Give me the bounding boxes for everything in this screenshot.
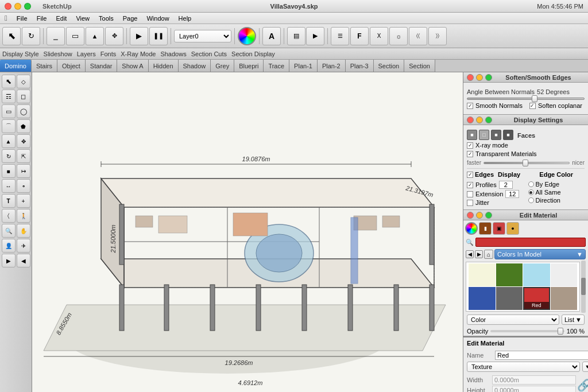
zoom-tool[interactable]: 🔍 bbox=[2, 224, 16, 238]
left-extra2[interactable]: ◀ bbox=[17, 254, 30, 267]
swatch-6-red[interactable]: Red bbox=[523, 287, 550, 310]
swatch-3[interactable] bbox=[551, 263, 578, 286]
maximize-window-button[interactable] bbox=[24, 3, 31, 10]
swatch-7[interactable] bbox=[551, 287, 578, 310]
component-tool[interactable]: ◇ bbox=[17, 75, 30, 88]
swatch-5[interactable] bbox=[496, 287, 523, 310]
tab-section1[interactable]: Section bbox=[374, 60, 405, 72]
rotate-tool[interactable]: ↻ bbox=[2, 149, 16, 163]
opacity-slider-thumb[interactable] bbox=[558, 328, 563, 335]
direction-radio[interactable] bbox=[528, 197, 534, 203]
extension-input[interactable]: 12 bbox=[505, 190, 519, 198]
profiles-input[interactable]: 2 bbox=[499, 181, 513, 189]
walkthrough-tool[interactable]: 🚶 bbox=[17, 209, 30, 223]
tab-section2[interactable]: Section bbox=[404, 60, 435, 72]
move-tool[interactable]: ✥ bbox=[105, 27, 123, 45]
xray-button[interactable]: X bbox=[370, 27, 388, 45]
close-window-button[interactable] bbox=[5, 3, 11, 10]
toolbar-xray[interactable]: X-Ray Mode bbox=[121, 51, 156, 57]
menu-view[interactable]: View bbox=[76, 15, 90, 22]
menu-edit[interactable]: Edit bbox=[56, 15, 67, 22]
draw-line-tool[interactable]: ⎯ bbox=[47, 27, 65, 45]
soften-panel-max[interactable] bbox=[485, 74, 492, 81]
texture-dropdown-button[interactable]: ▼ bbox=[582, 362, 588, 372]
all-same-radio[interactable] bbox=[528, 189, 534, 195]
scale-tool[interactable]: ⇱ bbox=[17, 149, 30, 163]
face-style-4[interactable]: ■ bbox=[503, 130, 513, 140]
toolbar-display-style[interactable]: Display Style bbox=[2, 51, 39, 57]
tab-grey[interactable]: Grey bbox=[211, 60, 234, 72]
pan-tool[interactable]: ✋ bbox=[17, 224, 30, 238]
left-extra1[interactable]: ▶ bbox=[2, 254, 16, 267]
section-display-button[interactable]: 〉〉 bbox=[428, 27, 447, 45]
polygon-tool[interactable]: ⬟ bbox=[17, 119, 30, 133]
menu-tools[interactable]: Tools bbox=[99, 15, 114, 22]
section-cuts-button[interactable]: 〈〈 bbox=[409, 27, 427, 45]
layer-dropdown[interactable]: Layer0 bbox=[174, 30, 231, 42]
tab-domino[interactable]: Domino bbox=[0, 60, 32, 72]
dimension-tool[interactable]: ↔ bbox=[2, 179, 16, 193]
by-edge-radio[interactable] bbox=[528, 181, 534, 187]
list-button[interactable]: List ▼ bbox=[562, 315, 585, 325]
display-settings-close[interactable] bbox=[467, 117, 474, 123]
shadows-button[interactable]: ☼ bbox=[389, 27, 408, 45]
xray-mode-checkbox[interactable] bbox=[467, 142, 473, 149]
tab-shadow[interactable]: Shadow bbox=[179, 60, 211, 72]
toolbar-section-cuts[interactable]: Section Cuts bbox=[191, 51, 227, 57]
texture-select[interactable]: Texture bbox=[467, 362, 580, 372]
pause-button[interactable]: ❚❚ bbox=[149, 27, 168, 45]
edit-material-min[interactable] bbox=[476, 212, 483, 219]
slideshow-button[interactable]: ▶ bbox=[306, 27, 324, 45]
tab-trace[interactable]: Trace bbox=[264, 60, 289, 72]
fly-tool[interactable]: ✈ bbox=[17, 239, 30, 253]
menu-help[interactable]: Help bbox=[179, 15, 192, 22]
text-label-tool[interactable]: T bbox=[2, 194, 16, 208]
menu-sketchup[interactable]: File bbox=[17, 15, 28, 22]
circle-tool[interactable]: ◯ bbox=[17, 104, 30, 118]
jitter-checkbox[interactable] bbox=[467, 200, 473, 206]
toolbar-fonts[interactable]: Fonts bbox=[100, 51, 117, 57]
tab-showa[interactable]: Show A bbox=[117, 60, 148, 72]
person-tool[interactable]: 👤 bbox=[2, 239, 16, 253]
axes-tool[interactable]: + bbox=[17, 194, 30, 208]
menu-page[interactable]: Page bbox=[123, 15, 138, 22]
orbit-tool[interactable]: ↻ bbox=[22, 27, 40, 45]
draw-rect-tool[interactable]: ▭ bbox=[66, 27, 84, 45]
tab-plan1[interactable]: Plan-1 bbox=[289, 60, 318, 72]
soften-coplanar-checkbox[interactable] bbox=[529, 103, 536, 109]
face-style-2[interactable]: □ bbox=[479, 130, 489, 140]
display-settings-max[interactable] bbox=[485, 117, 492, 123]
mat-back-button[interactable]: ◀ bbox=[466, 250, 474, 258]
window-controls[interactable] bbox=[5, 3, 31, 10]
edit-material-max[interactable] bbox=[485, 212, 492, 219]
material-collection-dropdown[interactable]: Colors In Model ▼ bbox=[494, 249, 586, 259]
toolbar-section-display[interactable]: Section Display bbox=[231, 51, 275, 57]
angle-slider-thumb[interactable] bbox=[532, 95, 537, 102]
tab-hidden[interactable]: Hidden bbox=[149, 60, 179, 72]
display-settings-min[interactable] bbox=[476, 117, 483, 123]
swatch-0[interactable] bbox=[469, 263, 496, 286]
toolbar-slideshow[interactable]: Slideshow bbox=[44, 51, 72, 57]
name-input[interactable]: Red bbox=[495, 351, 588, 360]
paint-tool[interactable]: ☶ bbox=[2, 90, 16, 103]
tab-stairs[interactable]: Stairs bbox=[32, 60, 57, 72]
tab-plan3[interactable]: Plan-3 bbox=[346, 60, 374, 72]
move2-tool[interactable]: ✥ bbox=[17, 134, 30, 148]
arc-tool[interactable]: ⌒ bbox=[2, 119, 16, 133]
viewport[interactable]: 19.0876m 21.3197m 21.5000m 19.2686m 4.69… bbox=[32, 72, 463, 392]
text-tool[interactable]: A bbox=[262, 27, 281, 45]
menu-window[interactable]: Window bbox=[146, 15, 169, 22]
mat-forward-button[interactable]: ▶ bbox=[475, 250, 483, 258]
material-scrollbar-thumb[interactable] bbox=[581, 278, 586, 295]
color-wheel-icon[interactable] bbox=[465, 222, 478, 235]
brick-material-tab[interactable]: ▮ bbox=[479, 222, 492, 235]
tab-standar[interactable]: Standar bbox=[86, 60, 118, 72]
eraser-tool[interactable]: ◻ bbox=[17, 90, 30, 103]
display-style-button[interactable]: ▤ bbox=[287, 27, 305, 45]
height-input[interactable]: 0.0000m bbox=[492, 386, 576, 392]
quality-slider-thumb[interactable] bbox=[523, 160, 528, 166]
layers-button[interactable]: ☰ bbox=[331, 27, 349, 45]
smooth-normals-checkbox[interactable] bbox=[467, 103, 473, 109]
face-material-tab[interactable]: ▣ bbox=[493, 222, 505, 235]
material-scrollbar[interactable] bbox=[581, 261, 586, 313]
